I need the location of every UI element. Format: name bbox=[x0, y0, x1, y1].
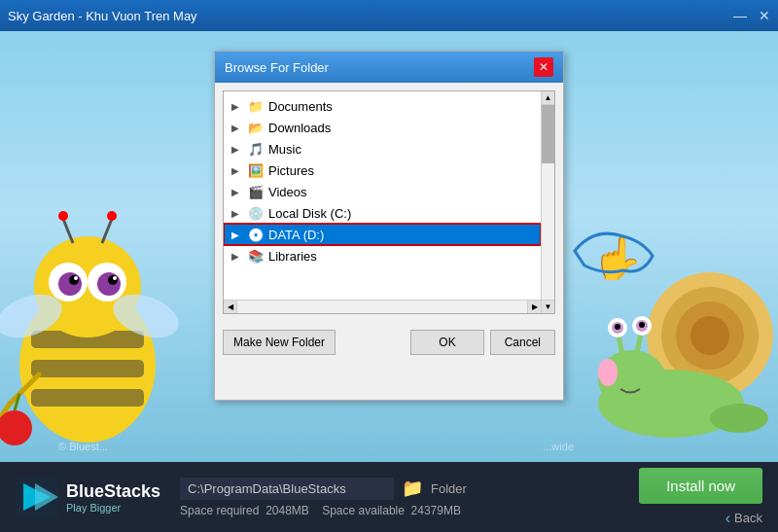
close-button[interactable]: ✕ bbox=[759, 8, 770, 23]
bluestacks-logo-icon bbox=[16, 476, 58, 518]
dialog-actions: Make New Folder OK Cancel bbox=[215, 322, 563, 363]
expand-arrow: ▶ bbox=[231, 230, 247, 240]
item-label-libraries: Libraries bbox=[268, 249, 317, 264]
disk-icon: 💿 bbox=[247, 205, 265, 221]
item-label-pictures: Pictures bbox=[268, 163, 314, 178]
window-title: Sky Garden - Khu Vuon Tren May bbox=[8, 9, 197, 23]
scroll-up-button[interactable]: ▲ bbox=[542, 91, 554, 105]
video-folder-icon: 🎬 bbox=[247, 184, 265, 199]
item-label-music: Music bbox=[268, 142, 301, 157]
item-label-downloads: Downloads bbox=[268, 121, 331, 135]
item-label-data-d: DATA (D:) bbox=[268, 228, 324, 242]
logo-tagline: Play Bigger bbox=[66, 502, 160, 514]
expand-arrow: ▶ bbox=[231, 144, 247, 155]
item-label-videos: Videos bbox=[268, 185, 307, 199]
space-required-label: Space required bbox=[180, 504, 259, 517]
expand-arrow: ▶ bbox=[231, 123, 247, 133]
pictures-folder-icon: 🖼️ bbox=[247, 162, 265, 178]
right-buttons: Install now ‹ Back bbox=[639, 468, 762, 527]
logo-text: BlueStacks Play Bigger bbox=[66, 481, 160, 514]
hand-outline bbox=[565, 217, 662, 285]
back-button[interactable]: ‹ Back bbox=[725, 510, 762, 527]
dialog-title: Browse For Folder bbox=[225, 60, 329, 75]
tree-item-downloads[interactable]: ▶ 📂 Downloads bbox=[224, 117, 541, 138]
cancel-button[interactable]: Cancel bbox=[490, 330, 555, 355]
dialog-body: ▶ 📁 Documents ▶ 📂 Downloads ▶ 🎵 M bbox=[215, 83, 563, 322]
make-new-folder-button[interactable]: Make New Folder bbox=[223, 330, 336, 355]
install-path-input[interactable] bbox=[180, 478, 394, 500]
libraries-icon: 📚 bbox=[247, 248, 265, 264]
dialog-close-button[interactable]: ✕ bbox=[534, 57, 553, 77]
space-available-label: Space available bbox=[322, 504, 405, 517]
install-path-section: 📁 Folder Space required 2048MB Space ava… bbox=[180, 478, 623, 517]
path-row: 📁 Folder bbox=[180, 478, 623, 500]
minimize-button[interactable]: — bbox=[733, 8, 747, 23]
ok-button[interactable]: OK bbox=[410, 330, 483, 355]
folder-icon: 📂 bbox=[247, 120, 265, 135]
horizontal-scrollbar[interactable]: ◀ ▶ bbox=[224, 300, 541, 313]
expand-arrow: ▶ bbox=[231, 165, 247, 176]
space-required-value: 2048MB bbox=[265, 504, 309, 517]
folder-label: Folder bbox=[431, 481, 467, 496]
folder-icon: 📁 bbox=[247, 98, 265, 114]
expand-arrow: ▶ bbox=[231, 251, 247, 262]
bottom-bar: BlueStacks Play Bigger 📁 Folder Space re… bbox=[0, 462, 778, 532]
dialog-overlay: Browse For Folder ✕ ▶ 📁 Documents ▶ 📂 bbox=[0, 31, 778, 462]
space-available-value: 24379MB bbox=[411, 504, 461, 517]
logo-name: BlueStacks bbox=[66, 481, 160, 502]
scroll-right-button[interactable]: ▶ bbox=[527, 301, 541, 314]
back-label: Back bbox=[734, 511, 762, 525]
back-arrow-icon: ‹ bbox=[725, 510, 730, 527]
scroll-down-button[interactable]: ▼ bbox=[542, 300, 554, 313]
browse-folder-dialog: Browse For Folder ✕ ▶ 📁 Documents ▶ 📂 bbox=[214, 51, 564, 401]
titlebar-controls: — ✕ bbox=[733, 8, 770, 23]
space-info: Space required 2048MB Space available 24… bbox=[180, 504, 623, 517]
dialog-titlebar: Browse For Folder ✕ bbox=[215, 52, 563, 83]
expand-arrow: ▶ bbox=[231, 208, 247, 219]
vertical-scrollbar[interactable]: ▲ ▼ bbox=[541, 91, 554, 313]
install-now-button[interactable]: Install now bbox=[639, 468, 762, 504]
tree-item-pictures[interactable]: ▶ 🖼️ Pictures bbox=[224, 160, 541, 181]
music-folder-icon: 🎵 bbox=[247, 141, 265, 157]
bluestacks-logo: BlueStacks Play Bigger bbox=[16, 476, 160, 518]
tree-item-data-d[interactable]: ▶ 💿 DATA (D:) bbox=[224, 224, 541, 245]
browse-folder-button[interactable]: 📁 bbox=[402, 478, 423, 499]
tree-item-documents[interactable]: ▶ 📁 Documents bbox=[224, 95, 541, 117]
item-label-local-disk-c: Local Disk (C:) bbox=[268, 206, 351, 221]
tree-item-videos[interactable]: ▶ 🎬 Videos bbox=[224, 181, 541, 202]
tree-item-libraries[interactable]: ▶ 📚 Libraries bbox=[224, 245, 541, 266]
tree-item-local-disk-c[interactable]: ▶ 💿 Local Disk (C:) bbox=[224, 202, 541, 224]
folder-tree[interactable]: ▶ 📁 Documents ▶ 📂 Downloads ▶ 🎵 M bbox=[223, 90, 555, 314]
scroll-left-button[interactable]: ◀ bbox=[224, 301, 237, 314]
tree-item-music[interactable]: ▶ 🎵 Music bbox=[224, 138, 541, 160]
tree-content: ▶ 📁 Documents ▶ 📂 Downloads ▶ 🎵 M bbox=[224, 91, 541, 300]
expand-arrow: ▶ bbox=[231, 101, 247, 112]
item-label-documents: Documents bbox=[268, 99, 333, 114]
expand-arrow: ▶ bbox=[231, 187, 247, 197]
scroll-thumb[interactable] bbox=[542, 105, 554, 163]
titlebar: Sky Garden - Khu Vuon Tren May — ✕ bbox=[0, 0, 778, 31]
disk-icon-d: 💿 bbox=[247, 227, 265, 242]
